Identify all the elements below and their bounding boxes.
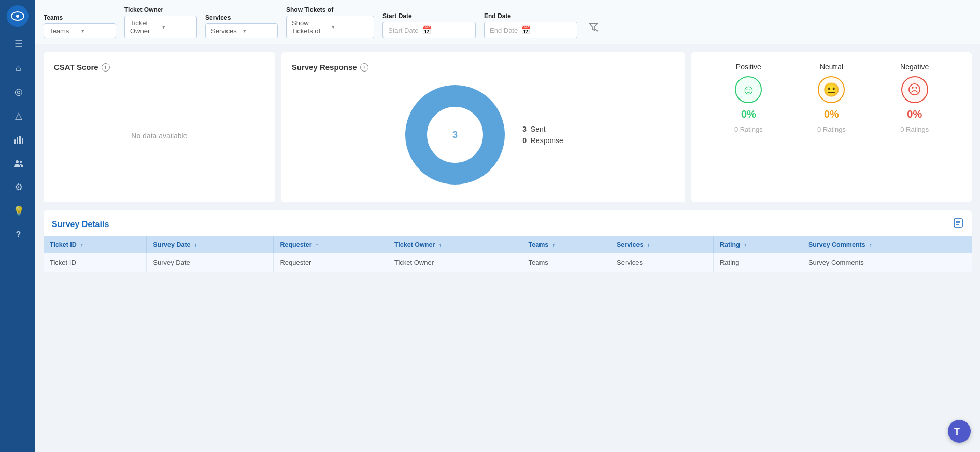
svg-rect-5 <box>22 138 23 144</box>
show-tickets-filter-group: Show Tickets of Show Tickets of ▾ <box>286 6 374 38</box>
positive-face-icon: ☺ <box>735 76 762 103</box>
positive-ratings: 0 Ratings <box>734 125 763 133</box>
end-date-calendar-icon: 📅 <box>521 25 531 35</box>
donut-sent-label: Sent <box>531 125 546 133</box>
col-survey-comments[interactable]: Survey Comments ↑ <box>802 236 972 253</box>
negative-ratings: 0 Ratings <box>900 125 929 133</box>
neutral-ratings: 0 Ratings <box>817 125 846 133</box>
survey-response-info-icon[interactable]: i <box>360 63 368 72</box>
end-date-input[interactable]: End Date 📅 <box>484 22 577 38</box>
cell-ticket-id: Ticket ID <box>44 253 147 272</box>
start-date-calendar-icon: 📅 <box>422 25 432 35</box>
filter-bar: Teams Teams ▾ Ticket Owner Ticket Owner … <box>35 0 980 44</box>
teams-filter-select[interactable]: Teams ▾ <box>44 23 116 38</box>
csat-title: CSAT Score i <box>54 63 265 72</box>
sentiment-header: Positive ☺ 0% 0 Ratings Neutral 😐 0% 0 R… <box>707 63 956 133</box>
survey-response-card: Survey Response i 3 3 Sent <box>281 52 686 202</box>
survey-details-section: Survey Details Ticket ID ↑ Survey Date ↑ <box>44 210 972 272</box>
start-date-filter-group: Start Date Start Date 📅 <box>382 12 476 38</box>
sidebar-home[interactable]: ⌂ <box>0 56 35 80</box>
csat-title-text: CSAT Score <box>54 63 98 72</box>
sidebar: ☰ ⌂ ◎ △ ⚙ 💡 ? <box>0 0 35 452</box>
cell-survey-date: Survey Date <box>147 253 274 272</box>
cell-teams: Teams <box>522 253 610 272</box>
clear-filter-button[interactable] <box>586 19 601 37</box>
neutral-face-icon: 😐 <box>818 76 845 103</box>
cell-requester: Requester <box>274 253 388 272</box>
svg-rect-3 <box>17 137 18 144</box>
donut-chart-area: 3 3 Sent 0 Response <box>292 78 675 192</box>
survey-response-title-text: Survey Response <box>292 63 357 72</box>
col-services[interactable]: Services ↑ <box>610 236 714 253</box>
col-rating[interactable]: Rating ↑ <box>713 236 802 253</box>
sidebar-analytics[interactable] <box>0 128 35 151</box>
dashboard-content: CSAT Score i No data available Survey Re… <box>35 44 980 452</box>
sidebar-menu[interactable]: ☰ <box>0 32 35 56</box>
col-ticket-owner[interactable]: Ticket Owner ↑ <box>388 236 522 253</box>
positive-label: Positive <box>736 63 761 71</box>
show-tickets-chevron-icon: ▾ <box>332 24 368 31</box>
sidebar-dashboard[interactable]: ◎ <box>0 80 35 104</box>
svg-point-6 <box>16 160 19 163</box>
donut-response: 0 Response <box>522 136 563 145</box>
ticket-owner-filter-label: Ticket Owner <box>124 6 197 13</box>
csat-card: CSAT Score i No data available <box>44 52 275 202</box>
start-date-input[interactable]: Start Date 📅 <box>382 22 476 38</box>
export-button[interactable] <box>953 218 963 231</box>
svg-rect-2 <box>14 139 16 144</box>
services-chevron-icon: ▾ <box>243 27 272 34</box>
end-date-filter-group: End Date End Date 📅 <box>484 12 577 38</box>
svg-point-7 <box>19 161 21 163</box>
survey-details-title: Survey Details <box>52 220 109 229</box>
table-row: Ticket ID Survey Date Requester Ticket O… <box>44 253 972 272</box>
services-filter-select[interactable]: Services ▾ <box>205 23 278 38</box>
col-requester[interactable]: Requester ↑ <box>274 236 388 253</box>
teams-chevron-icon: ▾ <box>81 27 110 34</box>
start-date-filter-label: Start Date <box>382 12 476 20</box>
sidebar-team[interactable] <box>0 151 35 175</box>
teams-filter-label: Teams <box>44 14 116 21</box>
cell-rating: Rating <box>713 253 802 272</box>
negative-label: Negative <box>900 63 929 71</box>
csat-info-icon[interactable]: i <box>102 63 110 72</box>
show-tickets-filter-label: Show Tickets of <box>286 6 374 13</box>
cell-services: Services <box>610 253 714 272</box>
donut-legend: 3 Sent 0 Response <box>522 125 563 145</box>
col-ticket-id[interactable]: Ticket ID ↑ <box>44 236 147 253</box>
start-date-value: Start Date <box>388 26 419 34</box>
teams-fab-button[interactable]: T <box>948 420 971 443</box>
sidebar-help[interactable]: ? <box>0 223 35 247</box>
svg-point-1 <box>16 15 19 18</box>
cell-ticket-owner: Ticket Owner <box>388 253 522 272</box>
show-tickets-filter-select[interactable]: Show Tickets of ▾ <box>286 16 374 38</box>
neutral-label: Neutral <box>820 63 843 71</box>
top-row: CSAT Score i No data available Survey Re… <box>44 52 972 202</box>
ticket-owner-filter-select[interactable]: Ticket Owner ▾ <box>124 16 197 38</box>
sidebar-alert[interactable]: △ <box>0 104 35 128</box>
col-survey-date[interactable]: Survey Date ↑ <box>147 236 274 253</box>
sidebar-settings[interactable]: ⚙ <box>0 175 35 199</box>
sentiment-card: Positive ☺ 0% 0 Ratings Neutral 😐 0% 0 R… <box>691 52 972 202</box>
table-body: Ticket ID Survey Date Requester Ticket O… <box>44 253 972 272</box>
services-filter-label: Services <box>205 14 278 21</box>
teams-filter-group: Teams Teams ▾ <box>44 14 116 38</box>
svg-rect-4 <box>19 136 21 144</box>
negative-col: Negative ☹ 0% 0 Ratings <box>900 63 929 133</box>
show-tickets-filter-value: Show Tickets of <box>292 19 329 35</box>
table-header-row: Ticket ID ↑ Survey Date ↑ Requester ↑ Ti… <box>44 236 972 253</box>
positive-col: Positive ☺ 0% 0 Ratings <box>734 63 763 133</box>
col-teams[interactable]: Teams ↑ <box>522 236 610 253</box>
teams-filter-value: Teams <box>49 27 78 35</box>
neutral-pct: 0% <box>824 108 839 120</box>
end-date-filter-label: End Date <box>484 12 577 20</box>
positive-pct: 0% <box>741 108 756 120</box>
donut-chart: 3 <box>403 83 507 187</box>
survey-details-header: Survey Details <box>44 210 972 236</box>
neutral-col: Neutral 😐 0% 0 Ratings <box>817 63 846 133</box>
sidebar-lightbulb[interactable]: 💡 <box>0 199 35 223</box>
ticket-owner-chevron-icon: ▾ <box>162 24 191 31</box>
table-header: Ticket ID ↑ Survey Date ↑ Requester ↑ Ti… <box>44 236 972 253</box>
donut-response-value: 0 <box>522 136 527 145</box>
csat-no-data: No data available <box>54 80 265 192</box>
donut-response-label: Response <box>531 136 563 145</box>
